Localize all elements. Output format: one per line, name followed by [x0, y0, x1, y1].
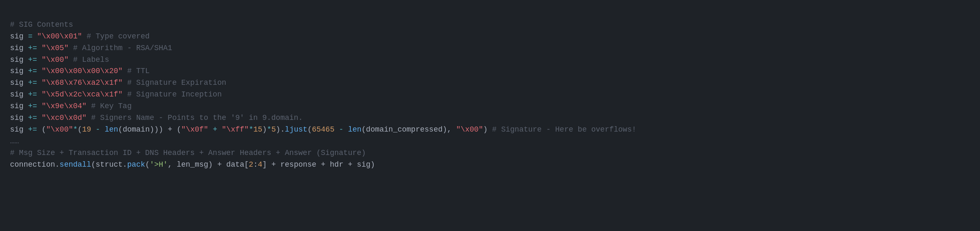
line-ellipsis: …… — [10, 137, 19, 145]
line-msg-comment: # Msg Size + Transaction ID + DNS Header… — [10, 149, 366, 157]
line-sig-labels: sig += "\x00" # Labels — [10, 56, 109, 64]
line-sig-signature: sig += ("\x00"*(19 - len(domain))) + ("\… — [10, 125, 636, 134]
line-sig-contents-comment: # SIG Contents — [10, 20, 73, 29]
line-sig-signers-name: sig += "\xc0\x0d" # Signers Name - Point… — [10, 114, 303, 122]
line-sig-type: sig = "\x00\x01" # Type covered — [10, 32, 150, 41]
line-sig-inception: sig += "\x5d\x2c\xca\x1f" # Signature In… — [10, 90, 222, 99]
line-connection-sendall: connection.sendall(struct.pack('>H', len… — [10, 160, 375, 169]
line-sig-keytag: sig += "\x9e\x04" # Key Tag — [10, 102, 132, 110]
line-sig-expiration: sig += "\x68\x76\xa2\x1f" # Signature Ex… — [10, 79, 226, 87]
line-sig-algorithm: sig += "\x05" # Algorithm - RSA/SHA1 — [10, 44, 172, 52]
code-editor: # SIG Contents sig = "\x00\x01" # Type c… — [10, 8, 970, 170]
line-sig-ttl: sig += "\x00\x00\x00\x20" # TTL — [10, 67, 150, 75]
